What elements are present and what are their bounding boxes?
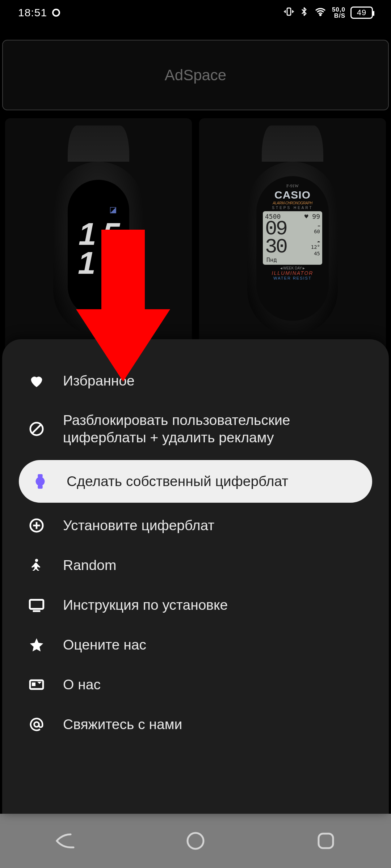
svg-rect-16: [30, 600, 43, 609]
svg-point-15: [35, 559, 38, 562]
svg-point-11: [36, 477, 45, 486]
svg-point-5: [320, 14, 321, 15]
watchface-card[interactable]: F-91W CASIO ALARM-CHRONOGRAPH STEPS HEAR…: [199, 118, 386, 357]
svg-rect-9: [38, 475, 42, 477]
status-bar: 18:51 50,0 B/S 49: [0, 0, 391, 25]
nav-back-button[interactable]: [52, 828, 78, 854]
ad-space-label: AdSpace: [165, 67, 226, 84]
band-device: F-91W CASIO ALARM-CHRONOGRAPH STEPS HEAR…: [247, 162, 338, 335]
menu-item-about[interactable]: О нас: [19, 665, 372, 705]
casio-hours: 09: [265, 220, 286, 238]
vibrate-icon: [283, 6, 294, 20]
menu-label: Random: [63, 557, 363, 573]
menu-item-instructions[interactable]: Инструкция по установке: [19, 585, 372, 625]
at-icon: [28, 715, 46, 733]
menu-label: Свяжитесь с нами: [63, 716, 363, 732]
casio-side-1: 60: [314, 229, 320, 234]
status-indicator-icon: [52, 9, 60, 17]
menu-item-random[interactable]: Random: [19, 545, 372, 585]
casio-lcd: 4500 ♥ 99 09 ━ 60 30: [263, 211, 322, 265]
watchface-grid: ◪ 1 5 1 F-91W CASIO ALARM-CHRONOGRAPH ST…: [0, 110, 391, 357]
menu-label: Разблокировать пользовательские цифербла…: [63, 412, 363, 446]
casio-minutes: 30: [265, 238, 286, 256]
menu-item-unlock[interactable]: Разблокировать пользовательские цифербла…: [19, 401, 372, 457]
no-ads-icon: [28, 420, 46, 438]
net-speed-value: 50,0: [332, 7, 345, 13]
menu-item-install[interactable]: Установите циферблат: [19, 506, 372, 545]
casio-heart: ♥ 99: [304, 213, 320, 220]
menu-label: Избранное: [63, 373, 363, 389]
menu-item-favorites[interactable]: Избранное: [19, 361, 372, 401]
battery-percent: 49: [357, 8, 366, 17]
menu-item-contact[interactable]: Свяжитесь с нами: [19, 705, 372, 744]
watchface1-line1: 1 5: [79, 220, 118, 248]
casio-day: Пнд: [265, 256, 320, 263]
ad-space[interactable]: AdSpace: [2, 40, 389, 110]
casio-illuminator: ILLUMINATOR: [260, 270, 325, 276]
watchface-card[interactable]: ◪ 1 5 1: [5, 118, 192, 357]
svg-rect-23: [319, 834, 333, 848]
battery-icon: ◪: [109, 205, 117, 214]
menu-item-create-watchface[interactable]: Сделать собственный циферблат: [19, 460, 372, 503]
menu-label: О нас: [63, 677, 363, 693]
card-icon: [28, 676, 46, 694]
meditation-icon: [28, 556, 46, 574]
plus-circle-icon: [28, 516, 46, 535]
watch-icon: [31, 472, 49, 490]
nav-home-button[interactable]: [182, 828, 209, 854]
network-speed: 50,0 B/S: [332, 7, 345, 19]
status-left: 18:51: [18, 7, 60, 19]
svg-line-8: [32, 425, 41, 434]
menu-label: Инструкция по установке: [63, 597, 363, 613]
casio-week-day: ◄WEEK DAY►: [260, 266, 325, 270]
svg-marker-20: [37, 682, 42, 684]
svg-rect-0: [287, 8, 291, 15]
status-time: 18:51: [18, 7, 47, 19]
battery-indicator: 49: [350, 7, 373, 19]
casio-model: F-91W: [260, 183, 325, 189]
svg-point-22: [188, 833, 203, 849]
casio-subtitle: ALARM-CHRONOGRAPH: [260, 201, 325, 205]
nav-recents-button[interactable]: [313, 828, 339, 854]
svg-rect-10: [38, 486, 42, 489]
menu-label: Оцените нас: [63, 637, 363, 653]
watchface1-line2: 1: [68, 248, 94, 277]
status-right: 50,0 B/S 49: [283, 6, 373, 20]
bluetooth-icon: [299, 6, 309, 20]
casio-water-resist: WATER RESIST: [260, 276, 325, 280]
monitor-icon: [28, 596, 46, 614]
band-device: ◪ 1 5 1: [53, 162, 144, 335]
band-strap: [262, 125, 323, 162]
casio-labels: STEPS HEART: [260, 206, 325, 210]
watchface-preview-1: ◪ 1 5 1: [68, 180, 129, 317]
heart-icon: [28, 372, 46, 390]
svg-rect-19: [32, 682, 35, 686]
band-strap: [68, 125, 129, 162]
menu-item-rate[interactable]: Оцените нас: [19, 625, 372, 665]
casio-side-3: 45: [314, 251, 320, 256]
watchface-preview-casio: F-91W CASIO ALARM-CHRONOGRAPH STEPS HEAR…: [256, 176, 329, 321]
casio-brand: CASIO: [260, 189, 325, 201]
star-icon: [28, 636, 46, 654]
wifi-icon: [314, 6, 327, 20]
net-speed-unit: B/S: [334, 13, 345, 19]
casio-side-2: 12°: [311, 244, 320, 250]
menu-label: Сделать собственный циферблат: [67, 473, 360, 489]
bottom-sheet-menu: Избранное Разблокировать пользовательски…: [2, 339, 389, 814]
menu-label: Установите циферблат: [63, 518, 363, 533]
system-nav-bar: [0, 814, 391, 868]
